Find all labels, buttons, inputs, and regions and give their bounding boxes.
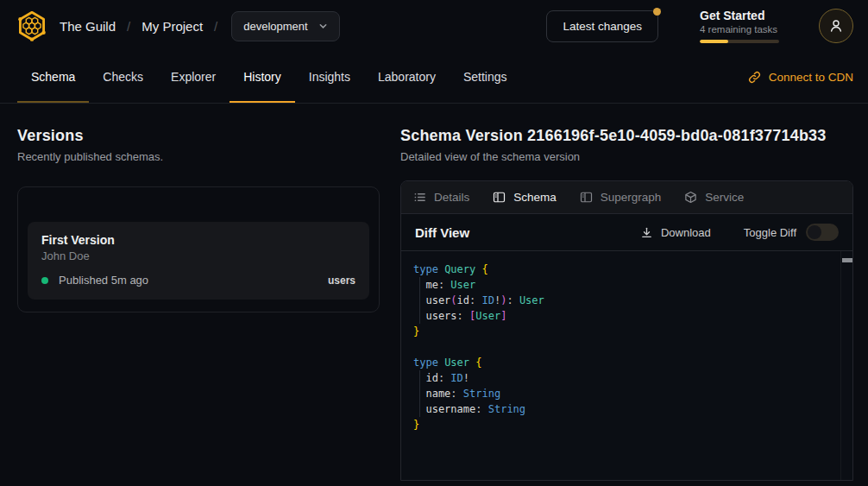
panel-tabs: DetailsSchemaSupergraphService [401, 181, 852, 214]
get-started-widget[interactable]: Get Started 4 remaining tasks [700, 9, 779, 43]
code-line: } [413, 417, 835, 432]
diff-view-header: Diff View Download Toggle Diff [401, 214, 852, 251]
breadcrumb-org[interactable]: The Guild [60, 19, 116, 34]
service-badge: users [328, 275, 355, 287]
nav-tab-checks[interactable]: Checks [89, 52, 157, 103]
version-meta-row: Published 5m ago users [41, 274, 355, 287]
nav-tab-schema[interactable]: Schema [17, 52, 89, 103]
main-content: Versions Recently published schemas. Fir… [0, 104, 868, 481]
code-line: type User { [413, 355, 835, 370]
download-button[interactable]: Download [640, 226, 711, 239]
hive-logo-icon[interactable] [16, 9, 48, 42]
indent-guide [419, 277, 420, 324]
versions-title: Versions [17, 127, 380, 145]
code-lines: type Query { me: User user(id: ID!): Use… [413, 262, 835, 432]
versions-subtitle: Recently published schemas. [17, 150, 380, 163]
schema-version-subtitle: Detailed view of the schema version [400, 150, 853, 163]
version-name: First Version [41, 233, 355, 247]
link-icon [748, 71, 761, 84]
connect-to-cdn-label: Connect to CDN [769, 71, 853, 84]
nav-tab-explorer[interactable]: Explorer [157, 52, 230, 103]
panel-tab-schema[interactable]: Schema [493, 191, 557, 204]
code-line [413, 339, 835, 355]
nav-tab-insights[interactable]: Insights [295, 52, 364, 103]
project-tab-bar: SchemaChecksExplorerHistoryInsightsLabor… [0, 52, 868, 104]
panel-tab-label: Service [705, 191, 744, 204]
cube-icon [684, 191, 697, 204]
diff-view-title: Diff View [415, 225, 469, 240]
download-icon [640, 226, 653, 239]
panel-tab-service[interactable]: Service [684, 191, 744, 204]
code-line: type Query { [413, 262, 835, 277]
schema-version-section: Schema Version 2166196f-5e10-4059-bd0a-0… [400, 127, 853, 481]
breadcrumb-project[interactable]: My Project [142, 19, 203, 34]
breadcrumb-separator: / [127, 19, 130, 34]
chevron-down-icon [318, 22, 328, 31]
schema-version-panel: DetailsSchemaSupergraphService Diff View… [400, 180, 853, 481]
schema-code-editor[interactable]: type Query { me: User user(id: ID!): Use… [401, 251, 852, 480]
code-line: user(id: ID!): User [413, 293, 835, 308]
editor-scrollbar[interactable] [840, 251, 852, 480]
code-line: id: ID! [413, 370, 835, 386]
panel-tab-supergraph[interactable]: Supergraph [580, 191, 662, 204]
nav-tab-history[interactable]: History [230, 52, 295, 103]
panel-icon [580, 191, 593, 204]
get-started-progress-track [700, 40, 779, 43]
published-status-text: Published 5m ago [59, 274, 148, 287]
toggle-diff-switch[interactable] [806, 224, 839, 241]
target-selector-value: development [243, 20, 307, 33]
latest-changes-button[interactable]: Latest changes [546, 10, 658, 42]
code-line: name: String [413, 386, 835, 401]
breadcrumb-separator: / [214, 19, 217, 34]
version-author: John Doe [41, 249, 355, 262]
nav-tab-laboratory[interactable]: Laboratory [364, 52, 450, 103]
nav-tab-settings[interactable]: Settings [450, 52, 521, 103]
connect-to-cdn-link[interactable]: Connect to CDN [748, 52, 853, 103]
code-line: users: [User] [413, 308, 835, 324]
get-started-progress-fill [700, 40, 728, 43]
code-line: me: User [413, 277, 835, 293]
code-line: } [413, 324, 835, 339]
avatar-button[interactable] [819, 9, 853, 43]
panel-tab-label: Schema [513, 191, 557, 204]
get-started-subtitle: 4 remaining tasks [700, 24, 779, 35]
nav-tabs: SchemaChecksExplorerHistoryInsightsLabor… [17, 52, 521, 103]
version-list-item[interactable]: First Version John Doe Published 5m ago … [28, 222, 369, 300]
panel-tab-label: Supergraph [601, 191, 662, 204]
app-header: The Guild / My Project / development Lat… [0, 0, 868, 52]
person-icon [828, 18, 844, 34]
target-selector[interactable]: development [231, 11, 339, 41]
latest-changes-label: Latest changes [563, 20, 642, 33]
versions-list: First Version John Doe Published 5m ago … [17, 186, 380, 312]
versions-section: Versions Recently published schemas. Fir… [17, 127, 380, 481]
indent-guide [419, 370, 420, 417]
panel-tab-details[interactable]: Details [413, 191, 469, 204]
get-started-title: Get Started [700, 9, 779, 22]
schema-version-title: Schema Version 2166196f-5e10-4059-bd0a-0… [400, 127, 853, 145]
download-label: Download [661, 226, 711, 239]
editor-scrollbar-thumb[interactable] [842, 258, 852, 262]
notification-dot [653, 8, 661, 16]
list-icon [413, 191, 426, 204]
toggle-diff-label: Toggle Diff [744, 226, 796, 239]
panel-icon [493, 191, 506, 204]
published-status-icon [41, 277, 48, 284]
code-line: username: String [413, 401, 835, 417]
toggle-knob [808, 225, 821, 239]
panel-tab-label: Details [434, 191, 469, 204]
